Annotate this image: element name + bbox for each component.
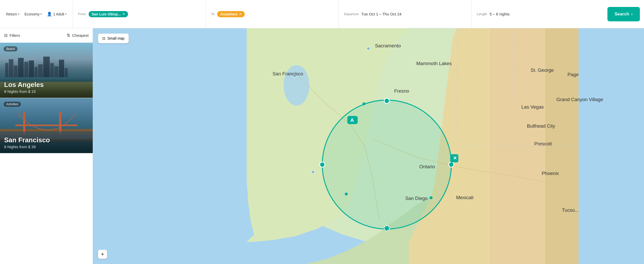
svg-point-7: [384, 98, 389, 103]
destination-card-san-francisco[interactable]: Activities San Francisco 8 Nights from $…: [0, 98, 93, 153]
svg-point-10: [384, 226, 389, 231]
map-area: Sacramento San Francisco Mammoth Lakes F…: [93, 28, 644, 264]
passengers-select[interactable]: 👤 1 Adult ▾: [45, 11, 69, 17]
svg-text:Mexicali: Mexicali: [456, 195, 473, 200]
sidebar: ⊟ Filters ⇅ Cheapest: [0, 28, 93, 264]
cheapest-button[interactable]: ⇅ Cheapest: [67, 33, 89, 38]
filters-button[interactable]: ⊟ Filters: [4, 33, 20, 38]
cabin-label: Economy: [24, 12, 39, 16]
sidebar-controls: ⊟ Filters ⇅ Cheapest: [0, 28, 93, 43]
svg-point-11: [362, 102, 365, 105]
svg-text:San Diego: San Diego: [405, 196, 428, 201]
sf-info: San Francisco 8 Nights from $ 39: [4, 136, 50, 149]
cheapest-icon: ⇅: [67, 33, 70, 38]
svg-text:Fresno: Fresno: [394, 88, 409, 94]
svg-point-12: [345, 192, 348, 195]
to-value-tag[interactable]: Anywhere ✕: [217, 11, 245, 17]
svg-point-8: [320, 162, 325, 167]
sf-tag: Activities: [4, 102, 21, 107]
la-price: 8 Nights from $ 15: [4, 89, 44, 94]
filters-label: Filters: [10, 33, 20, 38]
small-map-icon: ⊡: [102, 36, 105, 40]
from-clear-icon[interactable]: ✕: [122, 12, 125, 16]
svg-text:Las Vegas: Las Vegas: [521, 104, 544, 110]
svg-text:St. George: St. George: [531, 67, 554, 73]
map-svg: Sacramento San Francisco Mammoth Lakes F…: [93, 28, 644, 264]
svg-point-14: [367, 47, 370, 50]
cabin-select[interactable]: Economy ▾: [22, 11, 44, 17]
la-info: Los Angeles 8 Nights from $ 15: [4, 81, 44, 94]
zoom-plus-button[interactable]: +: [98, 250, 107, 259]
length-label: Length: [477, 12, 487, 16]
svg-text:Page: Page: [567, 72, 579, 77]
svg-text:Bullhead City: Bullhead City: [527, 123, 555, 129]
search-fields: From San Luis Obisp... ✕ To Anywhere ✕ D…: [73, 0, 640, 28]
sf-price: 8 Nights from $ 39: [4, 145, 50, 149]
from-field[interactable]: From San Luis Obisp... ✕: [73, 0, 206, 28]
small-map-label: Small map: [107, 36, 124, 40]
main-content: ⊟ Filters ⇅ Cheapest: [0, 28, 644, 264]
svg-point-13: [430, 196, 433, 199]
svg-text:A: A: [350, 117, 354, 123]
svg-text:Grand Canyon Village: Grand Canyon Village: [556, 97, 603, 102]
length-field[interactable]: Length 5 – 8 nights: [472, 0, 604, 28]
passengers-chevron: ▾: [65, 13, 66, 15]
filters-icon: ⊟: [4, 33, 7, 38]
search-button[interactable]: Search ›: [607, 7, 640, 21]
from-value: San Luis Obisp...: [92, 12, 121, 16]
svg-text:Tucso...: Tucso...: [562, 207, 579, 213]
zoom-plus-icon: +: [101, 251, 104, 257]
header: Return ▾ Economy ▾ 👤 1 Adult ▾ From San …: [0, 0, 644, 28]
departure-field[interactable]: Departure Tue Oct 1 – Thu Oct 24: [339, 0, 472, 28]
to-clear-icon[interactable]: ✕: [239, 12, 242, 16]
passengers-icon: 👤: [47, 12, 52, 16]
passengers-label: 1 Adult: [53, 12, 64, 16]
trip-options: Return ▾ Economy ▾ 👤 1 Adult ▾: [4, 0, 73, 28]
departure-label: Departure: [344, 12, 359, 16]
trip-type-chevron: ▾: [18, 13, 19, 15]
destination-list: Beach Los Angeles 8 Nights from $ 15: [0, 43, 93, 264]
trip-type-label: Return: [6, 12, 17, 16]
departure-value: Tue Oct 1 – Thu Oct 24: [361, 12, 402, 16]
sf-city: San Francisco: [4, 136, 50, 144]
cabin-chevron: ▾: [40, 13, 42, 15]
svg-text:San Francisco: San Francisco: [273, 71, 303, 76]
svg-text:✕: ✕: [453, 155, 457, 161]
small-map-button[interactable]: ⊡ Small map: [98, 33, 129, 43]
trip-type-select[interactable]: Return ▾: [4, 11, 21, 17]
svg-text:Ontario: Ontario: [419, 164, 435, 169]
from-label: From: [78, 12, 86, 16]
svg-text:Phoenix: Phoenix: [542, 171, 559, 176]
svg-point-9: [449, 162, 454, 167]
la-city: Los Angeles: [4, 81, 44, 89]
to-field[interactable]: To Anywhere ✕: [206, 0, 339, 28]
svg-point-16: [312, 170, 315, 173]
search-arrow-icon: ›: [631, 12, 633, 17]
cheapest-label: Cheapest: [72, 33, 89, 38]
length-value: 5 – 8 nights: [490, 12, 510, 16]
svg-text:Mammoth Lakes: Mammoth Lakes: [416, 61, 452, 66]
to-value: Anywhere: [220, 12, 238, 16]
search-label: Search: [615, 12, 629, 17]
svg-text:Prescott: Prescott: [534, 141, 552, 146]
from-value-tag[interactable]: San Luis Obisp... ✕: [89, 11, 128, 17]
to-label: To: [211, 12, 215, 16]
la-tag: Beach: [4, 46, 18, 51]
svg-text:Sacramento: Sacramento: [375, 43, 401, 48]
destination-card-los-angeles[interactable]: Beach Los Angeles 8 Nights from $ 15: [0, 43, 93, 98]
